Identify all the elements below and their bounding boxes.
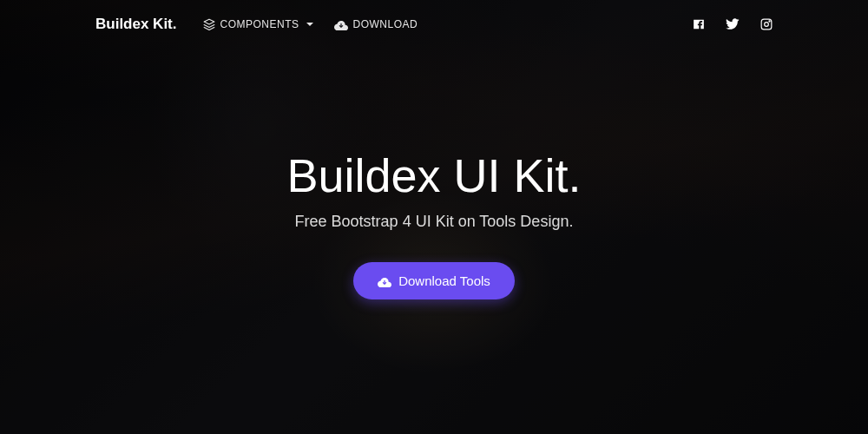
nav-download-label: DOWNLOAD xyxy=(353,18,418,30)
instagram-icon[interactable] xyxy=(760,18,773,30)
navbar: Buildex Kit. COMPONENTS DOWNLOAD xyxy=(0,0,868,49)
cta-label: Download Tools xyxy=(398,273,490,288)
hero-title: Buildex UI Kit. xyxy=(286,148,581,202)
svg-point-1 xyxy=(765,23,769,27)
download-tools-button[interactable]: Download Tools xyxy=(353,262,515,299)
chevron-down-icon xyxy=(306,23,313,26)
nav-components-label: COMPONENTS xyxy=(220,18,299,30)
facebook-icon[interactable] xyxy=(693,18,705,30)
layers-icon xyxy=(203,18,215,30)
twitter-icon[interactable] xyxy=(726,18,740,30)
brand-logo[interactable]: Buildex Kit. xyxy=(95,16,177,33)
cloud-download-icon xyxy=(378,275,391,287)
nav-download[interactable]: DOWNLOAD xyxy=(334,18,418,30)
social-links xyxy=(693,18,773,30)
cloud-download-icon xyxy=(334,18,348,30)
hero-content: Buildex UI Kit. Free Bootstrap 4 UI Kit … xyxy=(0,49,868,434)
svg-point-2 xyxy=(769,21,770,22)
hero-subtitle: Free Bootstrap 4 UI Kit on Tools Design. xyxy=(295,213,574,231)
nav-components[interactable]: COMPONENTS xyxy=(203,18,313,30)
